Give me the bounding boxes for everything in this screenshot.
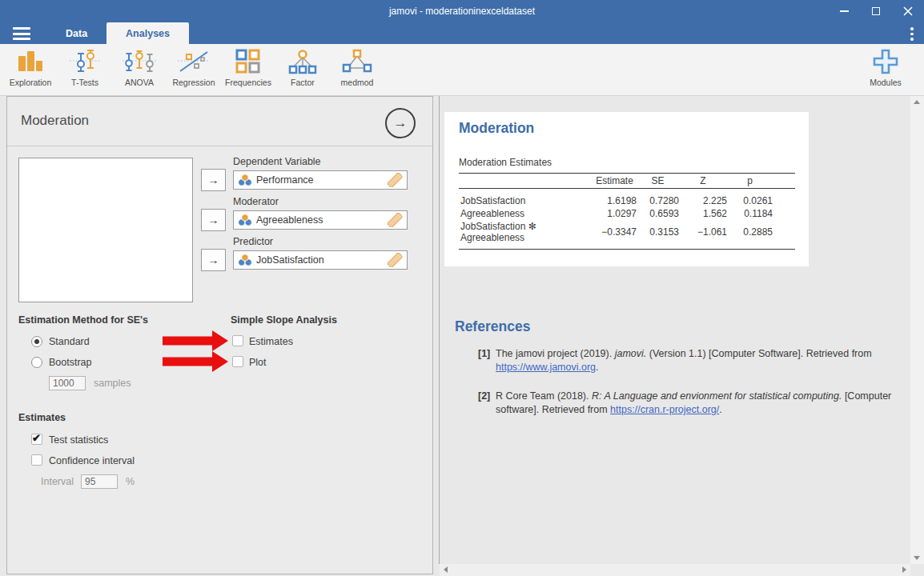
minimize-icon	[840, 10, 849, 12]
medmod-icon	[341, 47, 373, 76]
bootstrap-radio-label[interactable]: Bootstrap	[49, 357, 92, 368]
factor-icon	[287, 47, 319, 76]
available-variables-listbox[interactable]	[18, 158, 193, 302]
jamovi-link[interactable]: https://www.jamovi.org	[496, 362, 596, 373]
results-heading: Moderation	[459, 120, 534, 137]
simple-slope-heading: Simple Slope Analysis	[231, 314, 337, 326]
anova-icon	[122, 47, 157, 76]
estimation-method-heading: Estimation Method for SE's	[18, 314, 148, 326]
assign-moderator-button[interactable]: →	[201, 209, 226, 231]
table-row: JobSatisfaction ✻ Agreeableness −0.3347 …	[459, 221, 795, 250]
modules-plus-icon	[871, 47, 900, 76]
ribbon-button-frequencies[interactable]: Frequencies	[221, 47, 275, 95]
ribbon-button-ttests[interactable]: T-Tests	[58, 47, 112, 95]
plot-checkbox-label[interactable]: Plot	[249, 357, 267, 368]
horizontal-scrollbar[interactable]	[440, 564, 910, 576]
moderation-estimates-table-title: Moderation Estimates	[459, 157, 552, 168]
samples-label: samples	[94, 378, 131, 389]
percent-label: %	[126, 476, 135, 487]
confidence-interval-checkbox[interactable]: ✔	[31, 454, 42, 466]
tab-data[interactable]: Data	[46, 22, 106, 44]
tab-analyses[interactable]: Analyses	[106, 22, 189, 44]
close-button[interactable]	[892, 0, 924, 22]
continuous-scale-icon	[387, 253, 403, 267]
check-icon: ✔	[32, 432, 41, 444]
estimates-checkbox[interactable]: ✔	[232, 335, 243, 346]
dependent-variable-field[interactable]: Performance	[233, 170, 408, 190]
table-header-row: Estimate SE Z p	[459, 174, 795, 189]
ribbon-button-regression[interactable]: Regression	[167, 47, 221, 95]
table-row: Agreeableness 1.0297 0.6593 1.562 0.1184	[459, 206, 795, 221]
test-statistics-checkbox[interactable]: ✔	[31, 434, 42, 445]
predictor-value: JobSatisfaction	[256, 254, 387, 266]
scroll-right-icon[interactable]	[902, 566, 906, 573]
analysis-title: Moderation	[21, 113, 89, 129]
analysis-options-panel: Moderation → → → → Dependent Variable Pe…	[6, 96, 433, 574]
column-p: p	[727, 174, 795, 189]
moderator-field[interactable]: Agreeableness	[233, 210, 408, 230]
test-statistics-checkbox-label[interactable]: Test statistics	[49, 434, 108, 446]
analyses-ribbon: Exploration T-Tests	[0, 44, 924, 96]
arrow-right-icon: →	[208, 214, 219, 226]
assign-dependent-button[interactable]: →	[201, 169, 226, 191]
predictor-field[interactable]: JobSatisfaction	[233, 250, 408, 270]
arrow-right-icon: →	[208, 254, 219, 266]
scroll-up-icon[interactable]	[914, 100, 920, 104]
moderation-results-card[interactable]: Moderation Moderation Estimates Estimate…	[444, 112, 809, 266]
bootstrap-radio[interactable]	[31, 357, 42, 368]
standard-radio[interactable]	[31, 336, 42, 347]
moderator-label: Moderator	[233, 196, 279, 207]
panel-splitter[interactable]	[439, 96, 440, 564]
column-z: Z	[679, 174, 727, 189]
annotation-arrow-plot	[163, 350, 230, 373]
arrow-right-icon: →	[208, 174, 219, 186]
t-tests-icon	[69, 47, 101, 76]
title-bar: jamovi - moderationinexceldataset	[0, 0, 924, 22]
assign-predictor-button[interactable]: →	[201, 249, 226, 271]
regression-icon	[177, 47, 211, 76]
table-row: JobSatisfaction 1.6198 0.7280 2.225 0.02…	[459, 189, 795, 207]
frequencies-icon	[235, 47, 262, 76]
continuous-scale-icon	[387, 213, 403, 227]
cran-link[interactable]: https://cran.r-project.org/	[610, 404, 719, 415]
options-header: Moderation →	[7, 97, 432, 146]
close-icon	[903, 6, 913, 16]
estimates-checkbox-label[interactable]: Estimates	[249, 336, 293, 347]
menu-bar: Data Analyses	[0, 22, 924, 44]
vertical-scrollbar[interactable]	[910, 96, 924, 564]
column-se: SE	[637, 174, 679, 189]
exploration-icon	[15, 47, 46, 76]
ribbon-button-modules[interactable]: Modules	[858, 47, 913, 95]
column-estimate: Estimate	[593, 174, 637, 189]
reference-item-1: [1] The jamovi project (2019). jamovi. (…	[478, 347, 894, 374]
moderation-estimates-table: Estimate SE Z p JobSatisfaction 1.6198 0…	[459, 173, 795, 250]
predictor-label: Predictor	[233, 236, 273, 247]
interval-label: Interval	[41, 476, 74, 487]
hamburger-menu-icon[interactable]	[13, 27, 30, 40]
maximize-button[interactable]	[860, 0, 892, 22]
column-term	[459, 174, 593, 189]
jamovi-window: jamovi - moderationinexceldataset Data A…	[0, 0, 924, 576]
dependent-variable-label: Dependent Variable	[233, 156, 321, 167]
interval-input[interactable]	[81, 474, 118, 489]
scroll-left-icon[interactable]	[444, 566, 448, 573]
continuous-variable-icon	[238, 174, 252, 186]
continuous-scale-icon	[387, 173, 403, 187]
overflow-menu-icon[interactable]	[910, 27, 914, 41]
annotation-arrow-estimates	[163, 330, 230, 352]
continuous-variable-icon	[238, 254, 252, 266]
bootstrap-samples-input[interactable]	[49, 376, 86, 390]
ribbon-button-anova[interactable]: ANOVA	[112, 47, 167, 95]
plot-checkbox[interactable]: ✔	[232, 356, 243, 367]
hide-options-button[interactable]: →	[385, 108, 416, 138]
ribbon-button-medmod[interactable]: medmod	[330, 47, 384, 95]
confidence-interval-checkbox-label[interactable]: Confidence interval	[49, 455, 135, 466]
standard-radio-label[interactable]: Standard	[49, 336, 90, 347]
scroll-down-icon[interactable]	[914, 556, 920, 560]
ribbon-button-exploration[interactable]: Exploration	[3, 47, 58, 95]
window-title: jamovi - moderationinexceldataset	[0, 6, 924, 17]
minimize-button[interactable]	[828, 0, 860, 22]
ribbon-button-factor[interactable]: Factor	[275, 47, 330, 95]
moderator-value: Agreeableness	[256, 214, 387, 226]
continuous-variable-icon	[238, 214, 252, 226]
